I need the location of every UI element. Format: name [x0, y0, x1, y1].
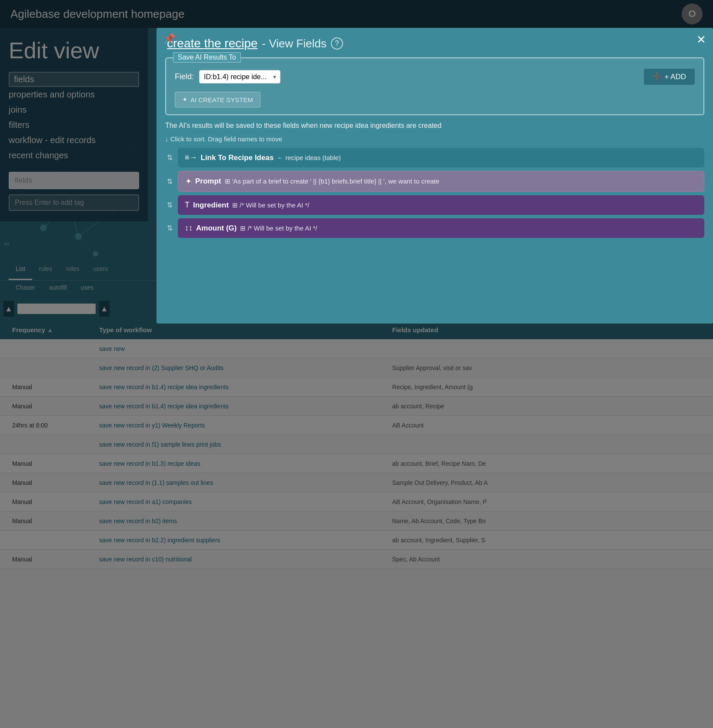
field-pill-ingredient[interactable]: T Ingredient ⊞ /* Will be set by the AI …	[178, 195, 704, 215]
info-text: The AI's results will be saved to these …	[165, 120, 704, 131]
field-name: Prompt	[195, 177, 221, 186]
modal-title-link[interactable]: create the recipe	[167, 37, 258, 50]
field-select-wrapper[interactable]: ID:b1.4) recipe ide...	[199, 70, 280, 83]
modal-fields: ⇅ ≡→ Link To Recipe Ideas ← recipe ideas…	[157, 148, 713, 238]
field-item-ingredient: ⇅ T Ingredient ⊞ /* Will be set by the A…	[165, 195, 704, 215]
field-detail: ⊞ 'As part of a brief to create ' || {b1…	[225, 177, 440, 185]
ai-icon: ✦	[182, 96, 188, 104]
field-item-prompt: ⇅ ✦ Prompt ⊞ 'As part of a brief to crea…	[165, 171, 704, 192]
field-detail: ← recipe ideas (table)	[277, 154, 341, 161]
sort-hint: ↓ Click to sort. Drag field names to mov…	[165, 135, 704, 143]
field-type-icon: T	[185, 200, 190, 210]
field-item-amount: ⇅ ↕↕ Amount (G) ⊞ /* Will be set by the …	[165, 218, 704, 238]
ai-create-button[interactable]: ✦ AI CREATE SYSTEM	[175, 92, 260, 107]
field-label: Field:	[175, 72, 194, 81]
field-item-link-recipe: ⇅ ≡→ Link To Recipe Ideas ← recipe ideas…	[165, 148, 704, 167]
modal: 📌 ✕ create the recipe - View Fields ? Sa…	[157, 28, 713, 324]
pin-icon: 📌	[163, 33, 175, 44]
drag-handle[interactable]: ⇅	[165, 201, 174, 209]
add-button[interactable]: ➕ + ADD	[644, 69, 695, 85]
field-row: Field: ID:b1.4) recipe ide... ➕ + ADD	[175, 69, 695, 85]
drag-handle[interactable]: ⇅	[165, 224, 174, 232]
field-type-icon: ✦	[185, 177, 192, 186]
plus-icon: ➕	[653, 72, 662, 81]
field-name: Link To Recipe Ideas	[201, 154, 274, 162]
save-ai-box: Save AI Results To Field: ID:b1.4) recip…	[165, 57, 704, 115]
field-pill-prompt[interactable]: ✦ Prompt ⊞ 'As part of a brief to create…	[178, 171, 704, 192]
help-icon[interactable]: ?	[331, 37, 343, 50]
drag-handle[interactable]: ⇅	[165, 154, 174, 162]
field-type-icon: ≡→	[185, 153, 197, 162]
field-name: Amount (G)	[196, 224, 237, 233]
field-select[interactable]: ID:b1.4) recipe ide...	[199, 70, 280, 83]
field-name: Ingredient	[193, 201, 229, 210]
save-ai-label: Save AI Results To	[173, 52, 241, 63]
field-pill-link-recipe[interactable]: ≡→ Link To Recipe Ideas ← recipe ideas (…	[178, 148, 704, 167]
field-detail: ⊞ /* Will be set by the AI */	[232, 201, 309, 209]
modal-title-suffix: - View Fields	[262, 37, 327, 50]
field-detail: ⊞ /* Will be set by the AI */	[240, 224, 317, 232]
field-pill-amount[interactable]: ↕↕ Amount (G) ⊞ /* Will be set by the AI…	[178, 218, 704, 238]
drag-handle[interactable]: ⇅	[165, 177, 174, 186]
field-type-icon: ↕↕	[185, 224, 193, 233]
close-button[interactable]: ✕	[696, 33, 706, 47]
